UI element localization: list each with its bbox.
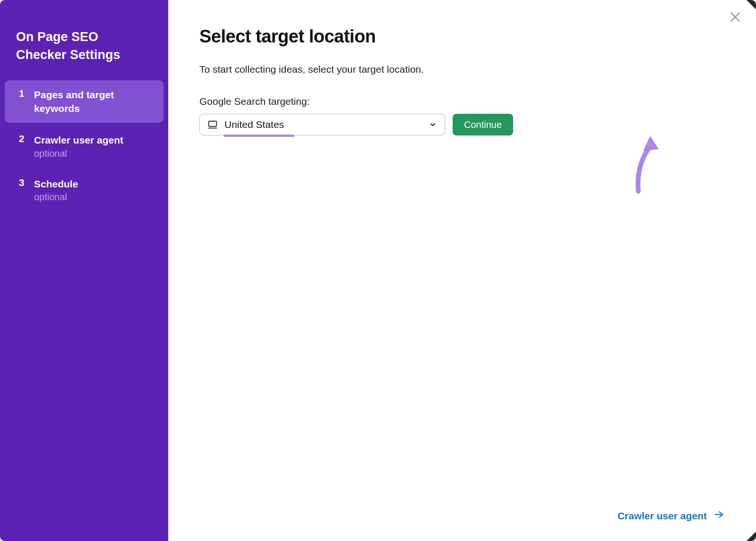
sidebar-title: On Page SEO Checker Settings xyxy=(0,28,168,80)
location-select[interactable]: United States xyxy=(199,114,445,135)
step-optional: optional xyxy=(34,148,123,159)
svg-rect-2 xyxy=(209,121,217,127)
sidebar-steps: 1 Pages and target keywords 2 Crawler us… xyxy=(0,80,168,211)
close-button[interactable] xyxy=(726,8,745,27)
step-label: Crawler user agent xyxy=(34,133,123,147)
step-optional: optional xyxy=(34,192,78,203)
main-panel: Select target location To start collecti… xyxy=(168,0,756,541)
sidebar-step-pages-keywords[interactable]: 1 Pages and target keywords xyxy=(5,80,163,123)
target-row: United States Continue xyxy=(199,114,725,135)
page-description: To start collecting ideas, select your t… xyxy=(199,64,725,75)
accent-underline xyxy=(223,135,294,137)
dialog-footer: Crawler user agent xyxy=(199,495,725,522)
sidebar: On Page SEO Checker Settings 1 Pages and… xyxy=(0,0,168,541)
location-value: United States xyxy=(224,119,429,130)
continue-button[interactable]: Continue xyxy=(453,114,513,135)
arrow-right-icon xyxy=(713,509,725,522)
sidebar-step-schedule[interactable]: 3 Schedule optional xyxy=(5,169,163,210)
chevron-down-icon xyxy=(429,120,437,129)
next-step-link[interactable]: Crawler user agent xyxy=(618,509,725,522)
page-title: Select target location xyxy=(199,26,725,47)
step-label: Pages and target keywords xyxy=(34,88,154,116)
step-number: 2 xyxy=(19,133,26,144)
step-number: 1 xyxy=(19,88,26,99)
annotation-arrow-icon xyxy=(627,132,664,194)
step-label: Schedule xyxy=(34,177,78,191)
sidebar-step-crawler-user-agent[interactable]: 2 Crawler user agent optional xyxy=(5,126,163,166)
desktop-icon xyxy=(207,119,218,130)
step-number: 3 xyxy=(19,177,26,188)
target-field-label: Google Search targeting: xyxy=(199,96,725,107)
close-icon xyxy=(729,10,742,25)
settings-dialog: On Page SEO Checker Settings 1 Pages and… xyxy=(0,0,756,541)
next-step-label: Crawler user agent xyxy=(618,510,707,522)
